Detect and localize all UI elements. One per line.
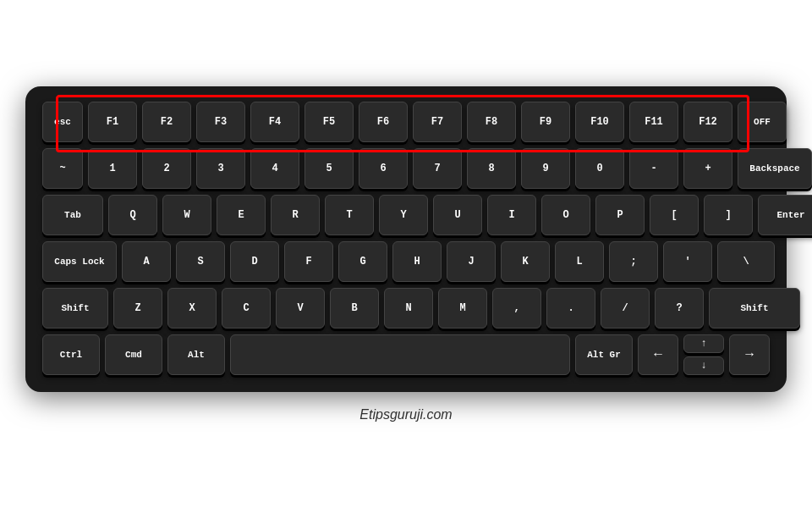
key-l[interactable]: L xyxy=(555,241,604,282)
key-3[interactable]: 3 xyxy=(196,148,245,189)
key-v[interactable]: V xyxy=(276,288,325,329)
key-f9[interactable]: F9 xyxy=(521,102,570,142)
key-f11[interactable]: F11 xyxy=(629,102,678,142)
key-arrow-up[interactable]: ↑ xyxy=(683,334,724,353)
key-f8[interactable]: F8 xyxy=(467,102,516,142)
key-d[interactable]: D xyxy=(230,241,279,282)
key-tilde[interactable]: ~ xyxy=(42,148,83,189)
key-cmd[interactable]: Cmd xyxy=(105,334,162,375)
key-comma[interactable]: , xyxy=(492,288,541,329)
arrow-up-down-group: ↑ ↓ xyxy=(683,334,724,375)
key-4[interactable]: 4 xyxy=(250,148,299,189)
bottom-row: Ctrl Cmd Alt Alt Gr ← ↑ ↓ → xyxy=(42,334,770,375)
key-off[interactable]: OFF xyxy=(738,102,787,142)
key-1[interactable]: 1 xyxy=(88,148,137,189)
keyboard: esc F1 F2 F3 F4 F5 F6 F7 F8 F9 F10 F11 F… xyxy=(25,86,787,392)
key-f7[interactable]: F7 xyxy=(413,102,462,142)
key-r[interactable]: R xyxy=(271,195,320,235)
key-x[interactable]: X xyxy=(167,288,217,329)
key-s[interactable]: S xyxy=(176,241,225,282)
key-arrow-left[interactable]: ← xyxy=(638,334,678,375)
zxcv-row: Shift Z X C V B N M , . / ? Shift xyxy=(42,288,770,329)
number-row: ~ 1 2 3 4 5 6 7 8 9 0 - + Backspace xyxy=(42,148,770,189)
key-tab[interactable]: Tab xyxy=(42,195,103,235)
key-c[interactable]: C xyxy=(222,288,271,329)
key-shift-left[interactable]: Shift xyxy=(42,288,108,329)
key-plus[interactable]: + xyxy=(683,148,732,189)
key-space[interactable] xyxy=(230,334,570,375)
key-slash[interactable]: / xyxy=(601,288,650,329)
key-8[interactable]: 8 xyxy=(467,148,516,189)
key-backspace[interactable]: Backspace xyxy=(738,148,812,189)
key-u[interactable]: U xyxy=(433,195,482,235)
key-quote[interactable]: ' xyxy=(663,241,712,282)
key-k[interactable]: K xyxy=(501,241,550,282)
key-j[interactable]: J xyxy=(447,241,496,282)
key-f10[interactable]: F10 xyxy=(575,102,624,142)
key-i[interactable]: I xyxy=(487,195,536,235)
asdf-row: Caps Lock A S D F G H J K L ; ' \ xyxy=(42,241,770,282)
key-question[interactable]: ? xyxy=(655,288,704,329)
key-5[interactable]: 5 xyxy=(304,148,354,189)
key-semicolon[interactable]: ; xyxy=(609,241,658,282)
key-arrow-right[interactable]: → xyxy=(729,334,770,375)
key-e[interactable]: E xyxy=(217,195,266,235)
key-capslock[interactable]: Caps Lock xyxy=(42,241,117,282)
key-f3[interactable]: F3 xyxy=(196,102,245,142)
key-esc[interactable]: esc xyxy=(42,102,83,142)
key-w[interactable]: W xyxy=(162,195,211,235)
key-f1[interactable]: F1 xyxy=(88,102,137,142)
key-p[interactable]: P xyxy=(595,195,645,235)
key-open-bracket[interactable]: [ xyxy=(650,195,699,235)
qwerty-row: Tab Q W E R T Y U I O P [ ] Enter xyxy=(42,195,770,235)
key-9[interactable]: 9 xyxy=(521,148,570,189)
key-q[interactable]: Q xyxy=(108,195,157,235)
key-n[interactable]: N xyxy=(384,288,433,329)
key-o[interactable]: O xyxy=(541,195,590,235)
key-m[interactable]: M xyxy=(438,288,487,329)
key-b[interactable]: B xyxy=(330,288,379,329)
key-altgr[interactable]: Alt Gr xyxy=(575,334,633,375)
key-arrow-down[interactable]: ↓ xyxy=(683,356,724,375)
watermark: Etipsguruji.com xyxy=(359,407,452,422)
key-t[interactable]: T xyxy=(325,195,374,235)
key-f12[interactable]: F12 xyxy=(683,102,732,142)
key-f2[interactable]: F2 xyxy=(142,102,191,142)
key-period[interactable]: . xyxy=(546,288,595,329)
key-minus[interactable]: - xyxy=(629,148,678,189)
function-row: esc F1 F2 F3 F4 F5 F6 F7 F8 F9 F10 F11 F… xyxy=(42,102,770,142)
key-y[interactable]: Y xyxy=(379,195,428,235)
key-f[interactable]: F xyxy=(284,241,333,282)
key-g[interactable]: G xyxy=(338,241,387,282)
key-2[interactable]: 2 xyxy=(142,148,191,189)
key-alt-left[interactable]: Alt xyxy=(167,334,225,375)
key-f6[interactable]: F6 xyxy=(359,102,408,142)
key-6[interactable]: 6 xyxy=(359,148,408,189)
key-z[interactable]: Z xyxy=(113,288,162,329)
key-f5[interactable]: F5 xyxy=(304,102,354,142)
key-close-bracket[interactable]: ] xyxy=(704,195,753,235)
key-f4[interactable]: F4 xyxy=(250,102,299,142)
key-backslash[interactable]: \ xyxy=(717,241,775,282)
key-0[interactable]: 0 xyxy=(575,148,624,189)
key-ctrl[interactable]: Ctrl xyxy=(42,334,100,375)
key-enter[interactable]: Enter xyxy=(758,195,812,235)
key-h[interactable]: H xyxy=(392,241,442,282)
key-7[interactable]: 7 xyxy=(413,148,462,189)
key-shift-right[interactable]: Shift xyxy=(709,288,800,329)
key-a[interactable]: A xyxy=(122,241,171,282)
